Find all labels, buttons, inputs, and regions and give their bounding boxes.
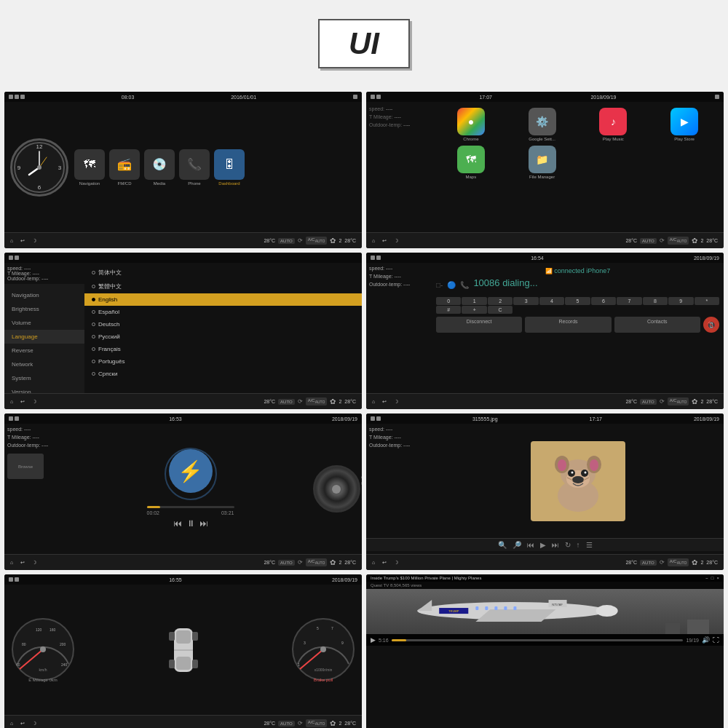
home-icon-5[interactable]: ⌂ [10, 560, 13, 565]
call-end-button[interactable]: 📵 [703, 317, 719, 333]
list-icon[interactable]: ☰ [586, 541, 593, 549]
nav-app[interactable]: 🗺 Navigation [74, 149, 105, 186]
dashboard-app[interactable]: 🎛 Dashboard [214, 149, 245, 186]
screen-image-viewer[interactable]: 315555.jpg 17:17 2018/09/19 speed: ---- … [366, 414, 724, 570]
lang-german[interactable]: Deutsch [84, 318, 362, 331]
dial-2[interactable]: 2 [488, 297, 513, 305]
back-icon-5[interactable]: ↩ [20, 560, 25, 566]
back-icon[interactable]: ↩ [20, 238, 25, 244]
lang-traditional-chinese[interactable]: 繁體中文 [84, 280, 362, 293]
screen-language-settings[interactable]: speed: ---- T Mileage: ---- Outdoor-temp… [4, 253, 362, 409]
back-icon-7[interactable]: ↩ [20, 721, 25, 727]
chrome-app[interactable]: ● Chrome [438, 108, 505, 141]
phone-app[interactable]: 📞 Phone [179, 149, 210, 186]
back-icon-3[interactable]: ↩ [20, 399, 25, 405]
dial-hash[interactable]: # [436, 306, 461, 314]
records-btn[interactable]: Records [525, 317, 611, 333]
prev-btn[interactable]: ⏮ [173, 518, 182, 529]
moon-icon-2[interactable]: ☽ [394, 238, 398, 244]
video-frame[interactable]: TRUMP N757AF ▶ 5:16 19/19 🔊 ⛶ [366, 589, 724, 646]
settings-reverse[interactable]: Reverse [4, 344, 84, 357]
media-progress-bar[interactable] [147, 506, 234, 508]
fullscreen-icon[interactable]: □ [711, 576, 714, 580]
close-icon[interactable]: × [716, 576, 719, 580]
screen-digital-dashboard[interactable]: 16:55 2018/09/19 40 80 120 160 200 240 [4, 574, 362, 728]
dial-plus[interactable]: + [462, 306, 486, 314]
screen-dashboard-home[interactable]: 08:03 2016/01/01 12 3 6 9 [4, 92, 362, 248]
dial-5[interactable]: 5 [565, 297, 590, 305]
lang-simplified-chinese[interactable]: 简体中文 [84, 266, 362, 280]
svg-text:km/h: km/h [39, 668, 47, 672]
lang-portuguese[interactable]: Português [84, 355, 362, 368]
home-icon-7[interactable]: ⌂ [10, 721, 13, 726]
home-icon-4[interactable]: ⌂ [372, 399, 375, 404]
next-image-btn[interactable]: ⏭ [552, 541, 559, 549]
lang-name-3: Español [98, 309, 119, 315]
screen-app-grid[interactable]: 17:07 2018/09/19 speed: ---- T Mileage: … [366, 92, 724, 248]
dial-6[interactable]: 6 [591, 297, 616, 305]
settings-volume[interactable]: Volume [4, 316, 84, 330]
volume-icon[interactable]: 🔊 [702, 636, 710, 644]
dial-4[interactable]: 4 [539, 297, 564, 305]
dial-8[interactable]: 8 [643, 297, 668, 305]
back-icon-4[interactable]: ↩ [382, 399, 387, 405]
dial-1[interactable]: 1 [462, 297, 486, 305]
dial-7[interactable]: 7 [617, 297, 641, 305]
zoom-in-icon[interactable]: 🔎 [513, 541, 521, 549]
back-icon-6[interactable]: ↩ [382, 560, 387, 566]
zoom-out-icon[interactable]: 🔍 [498, 541, 507, 549]
fan-icon-3: ✿ [330, 397, 336, 405]
store-app[interactable]: ▶ Play Store [651, 108, 718, 141]
settings-network[interactable]: Network [4, 357, 84, 371]
next-btn[interactable]: ⏭ [199, 518, 208, 529]
google-app[interactable]: ⚙️ Google Sett... [509, 108, 576, 141]
lang-spanish[interactable]: Español [84, 306, 362, 318]
bottom-temp-4: 28°C AUTO ⟳ A/CAUTO ✿ 2 28°C [625, 397, 718, 405]
settings-brightness[interactable]: Brightness [4, 302, 84, 316]
settings-navigation[interactable]: Navigation [4, 288, 84, 302]
moon-icon[interactable]: ☽ [32, 238, 36, 244]
lang-french[interactable]: Français [84, 343, 362, 355]
lang-english[interactable]: English [84, 293, 362, 306]
moon-icon-4[interactable]: ☽ [394, 399, 398, 405]
home-icon-3[interactable]: ⌂ [10, 399, 13, 404]
video-progress-bar[interactable] [392, 639, 684, 641]
minimize-icon[interactable]: − [705, 576, 708, 580]
share-icon[interactable]: ↑ [577, 541, 580, 549]
lang-russian[interactable]: Русский [84, 331, 362, 343]
prev-image-btn[interactable]: ⏮ [527, 541, 534, 549]
phone-vehicle-info: speed: ---- T Mileage: ---- Outdoor-temp… [366, 263, 432, 393]
screen-usb-media[interactable]: 16:53 2018/09/19 speed: ---- T Mileage: … [4, 414, 362, 570]
play-image-btn[interactable]: ▶ [540, 541, 546, 549]
screen-video-player[interactable]: Inside Trump's $100 Million Private Plan… [366, 574, 724, 728]
dial-clear[interactable]: C [488, 306, 513, 314]
wifi-icon-5 [9, 416, 13, 421]
settings-language[interactable]: Language [4, 330, 84, 344]
home-icon[interactable]: ⌂ [10, 238, 13, 243]
lang-serbian[interactable]: Српски [84, 368, 362, 380]
dial-star[interactable]: * [695, 297, 719, 305]
home-icon-6[interactable]: ⌂ [372, 560, 375, 565]
settings-system[interactable]: System [4, 371, 84, 385]
screen-phone[interactable]: 16:54 2018/09/19 speed: ---- T Mileage: … [366, 253, 724, 409]
dial-9[interactable]: 9 [668, 297, 693, 305]
files-app[interactable]: 📁 File Manager [509, 146, 576, 179]
back-icon-2[interactable]: ↩ [382, 238, 387, 244]
rotate-icon[interactable]: ↻ [565, 541, 571, 549]
dial-3[interactable]: 3 [513, 297, 538, 305]
fullscreen-btn[interactable]: ⛶ [713, 636, 719, 644]
play-btn[interactable]: ⏸ [186, 518, 195, 529]
maps-app[interactable]: 🗺 Maps [438, 146, 505, 179]
media-app[interactable]: 💿 Media [144, 149, 175, 186]
contacts-btn[interactable]: Contacts [614, 317, 700, 333]
moon-icon-3[interactable]: ☽ [32, 399, 36, 405]
fmcd-app[interactable]: 📻 FM/CD [109, 149, 140, 186]
home-icon-2[interactable]: ⌂ [372, 238, 375, 243]
moon-icon-6[interactable]: ☽ [394, 560, 398, 566]
dial-0[interactable]: 0 [436, 297, 461, 305]
video-play-btn[interactable]: ▶ [371, 636, 376, 644]
moon-icon-7[interactable]: ☽ [32, 721, 36, 727]
music-app[interactable]: ♪ Play Music [580, 108, 647, 141]
disconnect-btn[interactable]: Disconnect [436, 317, 522, 333]
moon-icon-5[interactable]: ☽ [32, 560, 36, 566]
